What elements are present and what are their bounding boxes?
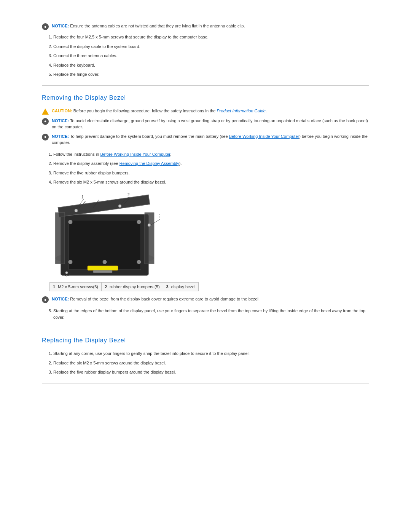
- notice-a-content: To avoid electrostatic discharge, ground…: [52, 118, 368, 129]
- caution-guide-link[interactable]: Product Information Guide: [217, 109, 266, 113]
- replacing-bezel-title: Replacing the Display Bezel: [42, 336, 369, 345]
- removing-steps-list: Follow the instructions in Before Workin…: [53, 151, 369, 185]
- replacing-steps-list: Starting at any corner, use your fingers…: [53, 350, 369, 375]
- caution-block: CAUTION: Before you begin the following …: [42, 108, 369, 115]
- svg-point-12: [68, 220, 72, 224]
- removing-step-4: Remove the six M2 x 5-mm screws around t…: [53, 179, 369, 185]
- svg-point-14: [137, 220, 141, 224]
- legend-cell-2: 2 rubber display bumpers (5): [102, 283, 163, 291]
- svg-point-16: [103, 260, 107, 264]
- notice-b-text: NOTICE: To help prevent damage to the sy…: [52, 133, 369, 146]
- step1-link[interactable]: Before Working Inside Your Computer: [100, 152, 170, 157]
- notice-b-block: ● NOTICE: To help prevent damage to the …: [42, 133, 369, 146]
- caution-text: CAUTION: Before you begin the following …: [52, 108, 267, 114]
- removing-bezel-title: Removing the Display Bezel: [42, 93, 369, 102]
- step-replace-3: Connect the three antenna cables.: [53, 53, 369, 59]
- svg-text:2: 2: [127, 193, 130, 197]
- step-replace-4: Replace the keyboard.: [53, 62, 369, 69]
- legend-label-2: rubber display bumpers (5): [110, 284, 159, 289]
- removing-step5-list: Starting at the edges of the bottom of t…: [53, 308, 369, 320]
- replacing-step-2: Replace the six M2 x 5-mm screws around …: [53, 360, 369, 366]
- svg-point-22: [65, 272, 68, 274]
- bezel-diagram: 1 2 3 1 M2 x 5-mm screws(6) 2 rubber di: [49, 192, 369, 292]
- divider-1: [42, 85, 369, 86]
- notice-a-block: ● NOTICE: To avoid electrostatic dischar…: [42, 118, 369, 130]
- replacing-step-1: Starting at any corner, use your fingers…: [53, 350, 369, 357]
- notice-removal-text: NOTICE: Removal of the bezel from the di…: [52, 296, 260, 302]
- caution-label: CAUTION:: [52, 109, 72, 113]
- legend-label-1: M2 x 5-mm screws(6): [58, 284, 98, 289]
- svg-point-5: [148, 224, 151, 227]
- notice-removal-label: NOTICE:: [52, 297, 69, 301]
- step2-link[interactable]: Removing the Display Assembly: [119, 161, 179, 166]
- notice-label-1: NOTICE:: [52, 24, 69, 28]
- svg-point-4: [118, 204, 121, 208]
- removing-step-1: Follow the instructions in Before Workin…: [53, 151, 369, 158]
- divider-3: [42, 383, 369, 383]
- removing-step-3: Remove the five rubber display bumpers.: [53, 170, 369, 176]
- notice-b-label: NOTICE:: [52, 134, 69, 139]
- notice-b-link[interactable]: Before Working Inside Your Computer: [229, 134, 299, 139]
- replacing-step-3: Replace the five rubber display bumpers …: [53, 369, 369, 375]
- legend-cell-3: 3 display bezel: [163, 283, 199, 291]
- caution-icon: [42, 109, 49, 115]
- svg-rect-21: [93, 270, 112, 273]
- svg-text:1: 1: [81, 195, 84, 199]
- notice-removal-content: Removal of the bezel from the display ba…: [70, 297, 260, 301]
- svg-point-13: [68, 260, 72, 264]
- top-notice: ● NOTICE: Ensure the antenna cables are …: [42, 23, 369, 30]
- legend-bar: 1 M2 x 5-mm screws(6) 2 rubber display b…: [49, 282, 199, 292]
- removing-step-2: Remove the display assembly (see Removin…: [53, 160, 369, 167]
- replace-display-steps: Replace the four M2.5 x 5-mm screws that…: [53, 34, 369, 78]
- step-replace-1: Replace the four M2.5 x 5-mm screws that…: [53, 34, 369, 40]
- svg-point-15: [137, 260, 141, 264]
- notice-removal-block: ● NOTICE: Removal of the bezel from the …: [42, 296, 369, 303]
- svg-text:3: 3: [159, 214, 160, 218]
- removing-step-5: Starting at the edges of the bottom of t…: [53, 308, 369, 320]
- notice-a-label: NOTICE:: [52, 118, 69, 123]
- step-replace-2: Connect the display cable to the system …: [53, 43, 369, 50]
- legend-cell-1: 1 M2 x 5-mm screws(6): [50, 283, 102, 291]
- svg-point-3: [75, 209, 78, 212]
- notice-icon-b: ●: [42, 134, 49, 141]
- notice-icon-a: ●: [42, 118, 49, 125]
- notice-icon-removal: ●: [42, 296, 49, 303]
- svg-rect-20: [88, 266, 118, 270]
- top-notice-text: NOTICE: Ensure the antenna cables are no…: [52, 23, 245, 29]
- notice-icon-1: ●: [42, 23, 49, 30]
- top-notice-content: Ensure the antenna cables are not twiste…: [70, 24, 245, 28]
- legend-label-3: display bezel: [171, 284, 196, 289]
- step-replace-5: Replace the hinge cover.: [53, 71, 369, 78]
- bezel-diagram-svg: 1 2 3: [49, 192, 160, 279]
- divider-2: [42, 328, 369, 328]
- notice-a-text: NOTICE: To avoid electrostatic discharge…: [52, 118, 369, 130]
